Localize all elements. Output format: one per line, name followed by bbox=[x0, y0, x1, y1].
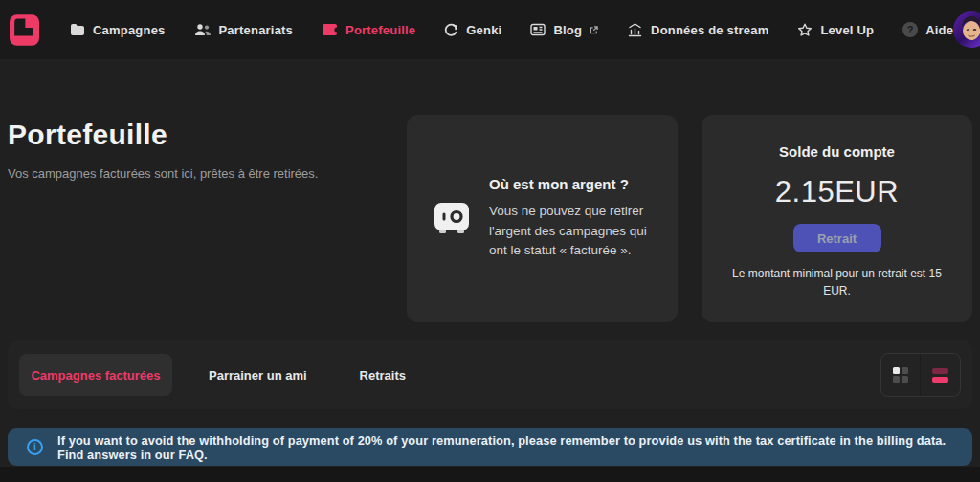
safe-icon bbox=[432, 197, 472, 241]
page-subtitle: Vos campagnes facturées sont ici, prêtes… bbox=[8, 166, 407, 181]
main-nav: Campagnes Partenariats Portefeuille Genk… bbox=[70, 22, 953, 37]
info-card-title: Où est mon argent ? bbox=[489, 176, 653, 192]
lurkit-logo-icon bbox=[10, 13, 39, 47]
nav-label: Level Up bbox=[820, 23, 874, 37]
view-toggle bbox=[880, 353, 961, 397]
tab-campagnes-facturees[interactable]: Campagnes facturées bbox=[19, 354, 172, 396]
page-title: Portefeuille bbox=[8, 119, 407, 151]
info-icon: i bbox=[27, 439, 43, 455]
nav-item-level-up[interactable]: Level Up bbox=[797, 23, 874, 37]
nav-item-genki[interactable]: Genki bbox=[444, 23, 501, 37]
nav-item-donnees-de-stream[interactable]: Données de stream bbox=[627, 23, 768, 37]
nav-label: Campagnes bbox=[93, 23, 166, 37]
main-content: Portefeuille Vos campagnes facturées son… bbox=[0, 59, 980, 467]
grid-view-icon bbox=[893, 367, 908, 383]
nav-label: Blog bbox=[553, 23, 582, 37]
nav-item-partenariats[interactable]: Partenariats bbox=[194, 23, 294, 37]
nav-label: Genki bbox=[466, 23, 501, 37]
nav-item-campagnes[interactable]: Campagnes bbox=[70, 23, 166, 37]
people-icon bbox=[194, 23, 212, 36]
user-avatar[interactable] bbox=[953, 11, 980, 48]
minimum-withdrawal-note: Le montant minimal pour un retrait est 1… bbox=[723, 265, 952, 299]
avatar-image bbox=[953, 11, 980, 48]
balance-title: Solde du compte bbox=[779, 143, 895, 160]
where-is-my-money-card: Où est mon argent ? Vous ne pouvez que r… bbox=[407, 115, 678, 322]
nav-item-aide[interactable]: ? Aide bbox=[902, 22, 953, 37]
refresh-icon bbox=[444, 23, 458, 37]
nav-item-blog[interactable]: Blog bbox=[530, 23, 598, 37]
info-card-body: Vous ne pouvez que retirer l'argent des … bbox=[489, 202, 653, 262]
stream-analytics-icon bbox=[627, 23, 643, 37]
banner-text: If you want to avoid the withholding of … bbox=[57, 433, 953, 462]
nav-label: Aide bbox=[925, 23, 953, 37]
wallet-hero-section: Portefeuille Vos campagnes facturées son… bbox=[8, 59, 972, 322]
account-balance-card: Solde du compte 2.15EUR Retrait Le monta… bbox=[702, 115, 972, 322]
grid-view-button[interactable] bbox=[881, 354, 921, 396]
page-header: Portefeuille Vos campagnes facturées son… bbox=[8, 115, 407, 181]
tab-retraits[interactable]: Retraits bbox=[360, 368, 406, 383]
nav-label: Partenariats bbox=[219, 23, 294, 37]
wallet-tabs-bar: Campagnes facturées Parrainer un ami Ret… bbox=[8, 340, 972, 409]
star-icon bbox=[797, 23, 813, 37]
folder-icon bbox=[70, 23, 85, 36]
top-nav-bar: Campagnes Partenariats Portefeuille Genk… bbox=[0, 0, 980, 59]
info-card-content: Où est mon argent ? Vous ne pouvez que r… bbox=[489, 176, 653, 262]
tab-parrainer-un-ami[interactable]: Parrainer un ami bbox=[209, 368, 307, 383]
nav-label: Données de stream bbox=[651, 23, 768, 37]
brand-logo[interactable] bbox=[10, 13, 39, 47]
wallet-icon bbox=[322, 23, 338, 36]
list-view-icon bbox=[932, 368, 948, 383]
balance-amount: 2.15EUR bbox=[775, 175, 899, 209]
nav-item-portefeuille[interactable]: Portefeuille bbox=[322, 23, 415, 37]
external-link-icon bbox=[590, 26, 598, 34]
list-view-button[interactable] bbox=[921, 354, 960, 396]
header-right bbox=[953, 11, 980, 48]
question-circle-icon: ? bbox=[902, 22, 918, 37]
withdraw-button[interactable]: Retrait bbox=[793, 224, 881, 252]
tax-certificate-banner: i If you want to avoid the withholding o… bbox=[8, 428, 972, 466]
newspaper-icon bbox=[530, 23, 546, 36]
nav-label: Portefeuille bbox=[345, 23, 415, 37]
